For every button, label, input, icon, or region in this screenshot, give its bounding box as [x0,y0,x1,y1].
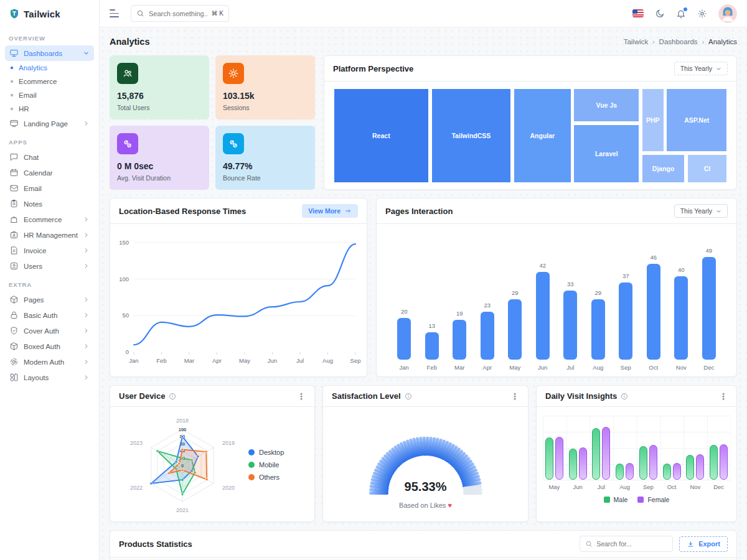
treemap-node-asp-net[interactable]: ASP.Net [665,88,728,152]
svg-text:2021: 2021 [176,507,189,513]
products-search-input[interactable] [596,540,667,548]
legend-swatch [637,497,644,503]
pages-bar-chart: 201319232942332937464049 [377,224,736,360]
sidebar-item-email[interactable]: Email [5,180,94,196]
info-icon[interactable] [169,393,176,400]
sidebar-subitem-hr[interactable]: HR [5,102,94,116]
info-icon[interactable] [621,393,628,400]
sidebar-subitem-email[interactable]: Email [5,88,94,102]
sidebar-item-ecommerce[interactable]: Ecommerce [5,212,94,227]
bar-value-label: 29 [512,289,519,296]
card-menu-button[interactable]: ⋮ [297,392,306,401]
platform-treemap: ReactTailwindCSSAngularVue JsLaravelPHPA… [333,88,728,184]
chevron-right-icon [83,247,90,254]
sidebar-subitem-analytics[interactable]: Analytics [5,61,94,75]
sidebar-item-chat[interactable]: Chat [5,149,94,165]
breadcrumb-item[interactable]: Dashboards [659,38,698,45]
bar-value-label: 13 [428,322,435,329]
bar-column-jul: 33 [557,230,585,360]
legend-item-desktop[interactable]: Desktop [248,449,284,456]
pages-filter-dropdown[interactable]: This Yearly [674,204,728,218]
bar-category-label: Nov [667,364,695,371]
info-icon[interactable] [405,393,412,400]
stat-value: 49.77% [223,161,308,171]
breadcrumb-item[interactable]: Analytics [708,38,737,45]
treemap-node-react[interactable]: React [333,88,430,184]
chevron-right-icon [83,374,90,381]
legend-item-male[interactable]: Male [604,496,628,503]
view-more-button[interactable]: View More [302,204,358,218]
sidebar-item-dashboards[interactable]: Dashboards [5,45,94,61]
moon-icon [655,9,665,19]
card-menu-button[interactable]: ⋮ [719,392,728,401]
bar-category-label: Jan [390,364,418,371]
language-flag-button[interactable] [632,9,644,17]
card-title: Satisfaction Level [332,391,412,401]
bar-group-sep [639,445,657,480]
response-times-card: Location-Based Response Times View More … [110,198,367,377]
card-menu-button[interactable]: ⋮ [510,392,519,401]
sidebar-item-hr-management[interactable]: HR Management [5,227,94,243]
sidebar-item-calendar[interactable]: Calendar [5,165,94,180]
svg-text:50: 50 [122,312,129,319]
export-button[interactable]: Export [679,536,728,552]
sidebar-item-boxed-auth[interactable]: Boxed Auth [5,338,94,354]
us-flag-icon [632,9,644,17]
sidebar-section-label: EXTRA [9,281,90,288]
chevron-right-icon [83,120,90,127]
treemap-node-ci[interactable]: CI [687,154,728,184]
legend-label: Desktop [259,449,284,456]
legend-item-female[interactable]: Female [637,496,669,503]
breadcrumb-item[interactable]: Tailwick [624,38,649,45]
sidebar-subitem-ecommerce[interactable]: Ecommerce [5,75,94,88]
sidebar-item-landing-page[interactable]: Landing Page [5,116,94,131]
hamburger-menu-icon[interactable] [110,9,121,17]
female-bar [649,445,657,480]
legend-item-mobile[interactable]: Mobile [248,461,284,469]
sidebar-item-users[interactable]: Users [5,258,94,274]
logo-text: Tailwick [24,9,60,19]
chevron-right-icon [83,358,90,365]
products-search[interactable] [580,536,673,552]
sidebar-item-label: Notes [24,200,90,208]
treemap-node-php[interactable]: PHP [641,88,664,152]
sidebar-item-notes[interactable]: Notes [5,196,94,212]
card-title: Products Statistics [119,539,192,549]
bar-value-label: 20 [401,308,408,315]
bar-value-label: 37 [622,273,629,279]
settings-button[interactable] [697,9,707,19]
treemap-node-laravel[interactable]: Laravel [573,124,640,184]
notifications-button[interactable] [676,9,686,19]
sidebar-section-label: APPS [9,139,90,146]
bar-column-dec: 49 [695,230,723,360]
bar-category-label: Dec [695,364,723,371]
dark-mode-button[interactable] [655,9,665,19]
heart-icon: ♥ [448,502,452,509]
chevron-right-icon [83,327,90,334]
treemap-node-vue-js[interactable]: Vue Js [573,88,640,123]
card-title: Location-Based Response Times [119,207,246,216]
app-logo[interactable]: Tailwick [5,0,94,27]
sidebar-item-cover-auth[interactable]: Cover Auth [5,323,94,338]
treemap-node-tailwindcss[interactable]: TailwindCSS [431,88,512,184]
sidebar-subitem-label: Analytics [19,64,47,72]
sidebar-item-layouts[interactable]: Layouts [5,370,94,385]
user-avatar[interactable] [718,4,737,23]
sidebar-item-invoice[interactable]: Invoice [5,243,94,258]
stat-card-bounce-rate: 49.77%Bounce Rate [215,126,315,190]
global-search[interactable]: ⌘ K [131,5,229,22]
sidebar-item-modern-auth[interactable]: Modern Auth [5,354,94,370]
sidebar-item-basic-auth[interactable]: Basic Auth [5,307,94,323]
legend-item-others[interactable]: Others [248,474,284,481]
page-title: Analytics [110,37,149,47]
legend-dot [248,474,255,480]
search-input[interactable] [149,10,207,17]
treemap-node-angular[interactable]: Angular [513,88,571,184]
chevron-right-icon [83,231,90,238]
sidebar-item-pages[interactable]: Pages [5,292,94,307]
platform-filter-dropdown[interactable]: This Yearly [674,62,728,75]
bar [508,299,522,360]
sidebar-section-label: OVERVIEW [9,35,90,42]
treemap-node-django[interactable]: Django [641,154,685,184]
sidebar-item-label: Layouts [24,374,78,381]
